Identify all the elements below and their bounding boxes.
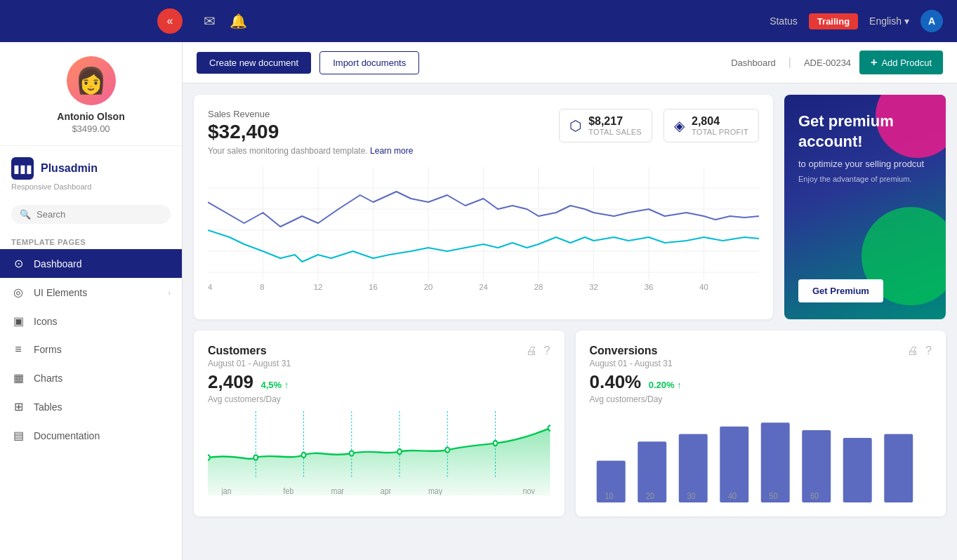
collapse-button[interactable]: « [157, 8, 183, 34]
sidebar-item-label: Charts [34, 373, 62, 384]
sidebar-item-charts[interactable]: ▦ Charts [0, 364, 182, 392]
profile-name: Antonio Olson [57, 111, 124, 122]
toolbar: Create new document Import documents Das… [183, 42, 957, 84]
revenue-info: Sales Revenue $32,409 Your sales monitor… [208, 109, 413, 156]
add-product-button[interactable]: + Add Prodcut [859, 51, 943, 74]
search-input[interactable] [37, 209, 162, 220]
profile-amount: $3499.00 [72, 124, 110, 134]
nav-icons: ✉ 🔔 [197, 13, 770, 29]
mail-icon[interactable]: ✉ [204, 13, 216, 29]
search-icon: 🔍 [20, 209, 31, 220]
customers-value: 2,409 [208, 371, 253, 392]
bottom-row: Customers August 01 - August 31 🖨 ? 2,40… [194, 331, 946, 516]
import-documents-button[interactable]: Import documents [319, 51, 419, 74]
svg-text:28: 28 [534, 283, 543, 291]
conversions-date: August 01 - August 31 [590, 359, 673, 368]
conversions-header: Conversions August 01 - August 31 🖨 ? [590, 345, 932, 368]
svg-rect-50 [843, 438, 871, 502]
help-icon[interactable]: ? [925, 345, 932, 357]
sidebar-item-label: Tables [34, 401, 62, 413]
language-selector[interactable]: English ▾ [869, 15, 909, 27]
svg-point-32 [302, 453, 306, 458]
tables-icon: ⊞ [11, 400, 25, 413]
svg-text:32: 32 [589, 283, 598, 291]
documentation-icon: ▤ [11, 429, 25, 442]
sidebar-item-forms[interactable]: ≡ Forms [0, 335, 182, 364]
bell-icon[interactable]: 🔔 [230, 13, 247, 29]
svg-text:50: 50 [769, 491, 777, 500]
help-icon[interactable]: ? [544, 345, 550, 357]
total-sales-label: TOTAL SALES [588, 128, 642, 136]
customers-header-icons: 🖨 ? [526, 345, 550, 357]
status-label: Status [770, 15, 798, 27]
premium-title: Get premium account! [798, 112, 932, 152]
sidebar-item-ui-elements[interactable]: ◎ UI Elements › [0, 278, 182, 307]
print-icon[interactable]: 🖨 [526, 345, 537, 357]
customers-pct: 4,5% ↑ [261, 380, 289, 390]
layout: 👩 Antonio Olson $3499.00 ▮▮▮ Plusadmin R… [0, 42, 957, 560]
brand-subtitle: Responsive Dashboard [0, 182, 182, 199]
total-profit-value: 2,804 [692, 115, 748, 128]
conversions-value: 0.40% [590, 371, 642, 392]
svg-text:20: 20 [424, 283, 433, 291]
svg-text:apr: apr [381, 486, 391, 495]
svg-rect-51 [884, 434, 913, 503]
dashboard-icon: ⊙ [11, 257, 25, 270]
svg-text:40: 40 [699, 283, 708, 291]
svg-point-34 [397, 449, 402, 454]
premium-enjoy: Enjoy the advantage of premium. [798, 175, 932, 183]
customers-avg-label: Avg customers/Day [208, 394, 550, 404]
svg-text:mar: mar [331, 486, 344, 495]
customers-title: Customers [208, 345, 291, 357]
sidebar-item-icons[interactable]: ▣ Icons [0, 307, 182, 335]
total-profit-label: TOTAL PROFIT [692, 128, 748, 136]
user-avatar-top[interactable]: A [920, 10, 943, 32]
breadcrumb-id: ADE-00234 [804, 58, 851, 68]
conversions-pct: 0.20% ↑ [649, 380, 682, 390]
svg-text:40: 40 [727, 491, 736, 500]
breadcrumb: Dashboard [731, 58, 776, 68]
svg-text:may: may [428, 486, 442, 495]
sidebar-item-documentation[interactable]: ▤ Documentation [0, 421, 182, 450]
sidebar-item-label: Icons [34, 316, 57, 327]
total-profit-box: ◈ 2,804 TOTAL PROFIT [664, 109, 759, 142]
svg-point-33 [350, 451, 354, 455]
revenue-chart: 4 8 12 16 20 24 28 32 36 40 [208, 167, 759, 293]
premium-button[interactable]: Get Premium [798, 279, 883, 302]
sidebar-item-dashboard[interactable]: ⊙ Dashboard [0, 249, 182, 278]
sales-icon: ⬡ [569, 117, 581, 134]
svg-text:10: 10 [605, 491, 613, 500]
search-box: 🔍 [11, 205, 171, 224]
sidebar-item-tables[interactable]: ⊞ Tables [0, 392, 182, 421]
total-sales-value: $8,217 [588, 115, 642, 128]
sidebar-item-label: Documentation [34, 430, 100, 441]
revenue-title: Sales Revenue [208, 109, 413, 119]
svg-text:24: 24 [479, 283, 488, 291]
revenue-header: Sales Revenue $32,409 Your sales monitor… [208, 109, 759, 156]
svg-point-37 [548, 425, 550, 430]
nav-right: Status Trailing English ▾ A [770, 10, 943, 32]
svg-point-31 [253, 455, 258, 460]
conversions-title: Conversions [590, 345, 673, 357]
svg-point-30 [208, 455, 210, 460]
conversions-avg-label: Avg customers/Day [590, 394, 932, 404]
revenue-amount: $32,409 [208, 121, 413, 143]
top-nav: « ✉ 🔔 Status Trailing English ▾ A [0, 0, 957, 42]
svg-text:30: 30 [687, 491, 695, 500]
premium-card: Get premium account! to optimize your se… [784, 95, 946, 319]
sidebar-item-label: UI Elements [34, 287, 87, 298]
total-sales-box: ⬡ $8,217 TOTAL SALES [559, 109, 652, 142]
content: Sales Revenue $32,409 Your sales monitor… [183, 84, 957, 560]
learn-more-link[interactable]: Learn more [370, 146, 413, 156]
svg-text:nov: nov [523, 486, 535, 495]
conversions-chart: 10 20 30 40 50 60 [590, 411, 932, 502]
premium-subtitle: to optimize your selling prodcut [798, 159, 932, 169]
sidebar-brand: ▮▮▮ Plusadmin [0, 146, 182, 182]
svg-text:jan: jan [221, 486, 232, 495]
print-icon[interactable]: 🖨 [907, 345, 918, 357]
breadcrumb-separator: | [788, 56, 791, 69]
main: Create new document Import documents Das… [183, 42, 957, 560]
create-document-button[interactable]: Create new document [197, 52, 311, 74]
svg-text:8: 8 [260, 283, 264, 291]
svg-text:36: 36 [645, 283, 654, 291]
